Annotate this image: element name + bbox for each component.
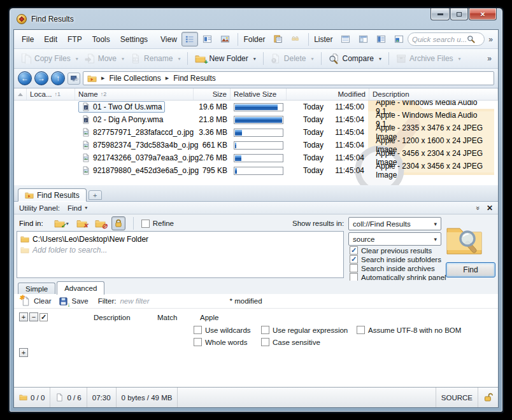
menu-overflow-chevron[interactable]: » xyxy=(486,35,495,44)
search-inside-archives-checkbox[interactable]: Search inside archives xyxy=(350,264,446,272)
quick-search-input[interactable] xyxy=(412,36,467,43)
file-size: 3.36 MB xyxy=(194,126,231,139)
lister-dual-button[interactable] xyxy=(355,32,371,46)
case-sensitive-checkbox[interactable]: Case sensitive xyxy=(261,338,357,346)
tab-simple[interactable]: Simple xyxy=(18,283,55,294)
column-header-modified[interactable]: Modified xyxy=(287,88,369,100)
file-name: 827757971_283fafaccd_o.jpg xyxy=(93,128,194,137)
lister-single-button[interactable] xyxy=(338,32,354,46)
remove-folder-button[interactable]: ✕ xyxy=(75,216,89,230)
lister-viewer-button[interactable] xyxy=(390,32,407,46)
source-dropdown[interactable]: source▾ xyxy=(348,232,441,246)
view-tiles-button[interactable] xyxy=(199,32,216,46)
column-header-relative-size[interactable]: Relative Size xyxy=(231,88,287,100)
menu-item-tools[interactable]: Tools xyxy=(87,33,115,46)
view-details-button[interactable] xyxy=(181,32,198,46)
archive-files-button[interactable]: Archive Files ▾ xyxy=(393,52,464,66)
close-panel-button[interactable]: ✕ xyxy=(487,204,493,213)
column-header-location[interactable]: Loca... ↑1 xyxy=(27,88,75,100)
column-header-description[interactable]: Description xyxy=(369,88,498,100)
collapse-panel-button[interactable]: » xyxy=(474,206,482,209)
folder-lock-button[interactable] xyxy=(287,32,304,46)
audio-file-icon: ♪ xyxy=(82,102,90,111)
add-folder-button[interactable]: ✓ ▾ xyxy=(52,216,71,230)
menu-item-file[interactable]: File xyxy=(17,33,39,46)
sort-column-header[interactable] xyxy=(14,88,27,100)
lister-tree-button[interactable] xyxy=(373,32,389,46)
menu-item-view[interactable]: View xyxy=(153,33,181,46)
copy-files-button[interactable]: Copy Files ▾ xyxy=(18,52,82,66)
file-rows: ♪ 01 - Two Of Us.wma 19.6 MB Today11:45:… xyxy=(14,101,498,177)
back-button[interactable]: ← xyxy=(18,71,32,85)
file-description: Apple - 2304 x 3456 x 24 JPEG Image xyxy=(369,164,498,177)
folder-check-icon: ✓ xyxy=(54,218,65,229)
file-modified-day: Today xyxy=(303,102,324,111)
close-button[interactable]: ✕ xyxy=(469,8,497,20)
maximize-button[interactable] xyxy=(450,8,468,20)
lock-folders-button[interactable] xyxy=(111,216,125,230)
add-clause-button-bottom[interactable]: + xyxy=(19,348,28,357)
move-icon xyxy=(85,53,95,64)
use-regular-expression-checkbox[interactable]: Use regular expression xyxy=(261,326,357,334)
show-results-dropdown[interactable]: coll://Find Results▾ xyxy=(348,217,441,230)
compare-button[interactable]: Compare ▾ xyxy=(325,52,385,66)
folder-sync-button[interactable] xyxy=(269,32,286,46)
menu-item-lister[interactable]: Lister xyxy=(313,33,336,46)
menu-item-settings[interactable]: Settings xyxy=(115,33,153,46)
clause-enabled-checkbox[interactable]: ✓ xyxy=(39,313,48,321)
refine-checkbox[interactable]: Refine xyxy=(141,220,174,228)
menu-item-ftp[interactable]: FTP xyxy=(62,33,87,46)
toolbar-overflow-chevron[interactable]: » xyxy=(485,54,494,63)
new-folder-button[interactable]: + New Folder ▾ xyxy=(192,52,259,66)
clause-field-dropdown[interactable]: Description xyxy=(94,314,131,321)
lister-tree-icon xyxy=(376,34,386,44)
title-bar[interactable]: Find Results ✕ xyxy=(10,8,502,29)
file-size: 661 KB xyxy=(194,139,231,151)
move-button[interactable]: Move ▾ xyxy=(82,52,127,66)
new-tab-button[interactable]: + xyxy=(89,190,102,200)
forward-button[interactable]: → xyxy=(34,71,48,85)
minimize-button[interactable] xyxy=(430,8,450,20)
clause-value[interactable]: Apple xyxy=(200,314,218,321)
delete-button[interactable]: Delete ▾ xyxy=(267,52,317,66)
image-file-icon xyxy=(82,153,90,162)
find-in-list[interactable]: C:\Users\Leo\Desktop\New Folder Add fold… xyxy=(17,231,344,278)
search-inside-subfolders-checkbox[interactable]: ✓ Search inside subfolders xyxy=(350,255,446,263)
breadcrumb[interactable]: ▶ File Collections ▶ Find Results xyxy=(83,71,494,85)
clause-operator-dropdown[interactable]: Match xyxy=(157,314,177,321)
filter-name[interactable]: new filter xyxy=(120,297,149,305)
column-header-name[interactable]: Name ↑2 xyxy=(75,88,194,100)
quick-search-box[interactable] xyxy=(408,32,485,46)
column-header-size[interactable]: Size xyxy=(194,88,231,100)
find-in-folder-item[interactable]: C:\Users\Leo\Desktop\New Folder xyxy=(20,234,340,244)
remove-clause-button[interactable]: − xyxy=(29,312,38,321)
breadcrumb-segment-file-collections[interactable]: File Collections xyxy=(109,74,160,83)
menu-item-edit[interactable]: Edit xyxy=(39,33,62,46)
add-folder-placeholder-item[interactable]: Add folder to search... xyxy=(20,244,340,255)
separator xyxy=(308,33,309,46)
utility-mode-dropdown[interactable]: Find ▾ xyxy=(68,204,87,212)
tab-find-results[interactable]: Find Results xyxy=(18,188,87,202)
dual-display-button[interactable] xyxy=(68,73,80,85)
view-images-button[interactable] xyxy=(217,32,234,46)
find-button[interactable]: Find xyxy=(446,262,495,277)
add-clause-button[interactable]: + xyxy=(19,312,28,321)
clear-filter-button[interactable]: ✱ Clear xyxy=(19,295,53,307)
source-indicator[interactable]: SOURCE xyxy=(436,388,478,407)
whole-words-checkbox[interactable]: Whole words xyxy=(194,338,261,346)
utility-panel-header: Utility Panel: Find ▾ » ✕ xyxy=(14,202,498,214)
breadcrumb-segment-find-results[interactable]: Find Results xyxy=(173,74,216,83)
menu-item-folder[interactable]: Folder xyxy=(242,33,269,46)
rename-button[interactable]: x Rename ▾ xyxy=(127,52,183,66)
menu-bar: File Edit FTP Tools Settings View xyxy=(14,30,498,49)
file-row[interactable]: 921879880_e452d3e6a5_o.jpg 795 KB Today1… xyxy=(14,164,498,177)
exclude-folder-button[interactable]: ⊘ xyxy=(93,216,108,230)
clear-previous-results-checkbox[interactable]: ✓ Clear previous results xyxy=(350,246,446,255)
up-button[interactable]: ↑ xyxy=(51,71,65,85)
assume-utf8-checkbox[interactable]: Assume UTF-8 with no BOM xyxy=(357,326,461,334)
use-wildcards-checkbox[interactable]: Use wildcards xyxy=(194,326,261,334)
file-name: 921743266_0379a7eaa3_o.jpg xyxy=(93,153,199,162)
save-filter-button[interactable]: ↓ Save xyxy=(57,295,90,307)
tab-advanced[interactable]: Advanced xyxy=(57,281,104,295)
lock-indicator[interactable] xyxy=(478,388,498,407)
